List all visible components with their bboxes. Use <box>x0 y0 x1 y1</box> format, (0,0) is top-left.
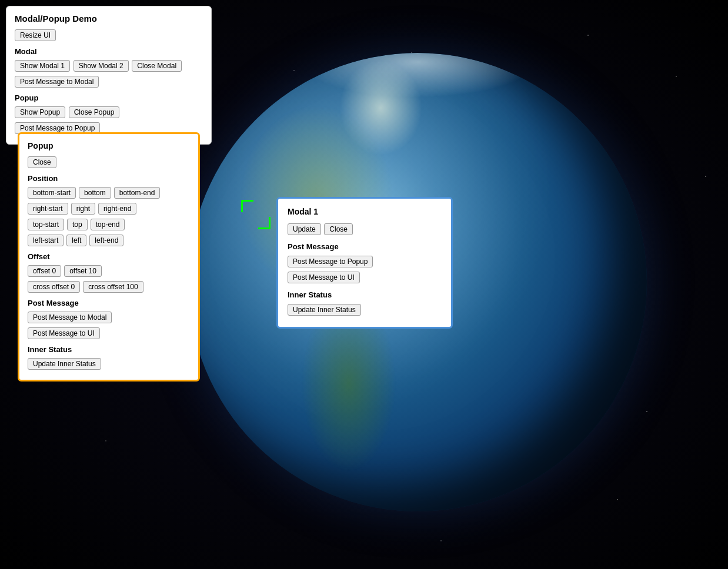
offset-10-button[interactable]: offset 10 <box>64 265 102 277</box>
modal-1-close-button[interactable]: Close <box>324 223 353 235</box>
popup-post-to-modal-button[interactable]: Post Message to Modal <box>28 312 112 323</box>
modal-post-to-popup-button[interactable]: Post Message to Popup <box>288 256 373 267</box>
pos-left-start-button[interactable]: left-start <box>28 235 64 246</box>
popup-post-modal-row: Post Message to Modal <box>28 310 190 324</box>
pos-top-end-button[interactable]: top-end <box>91 219 125 230</box>
cross-offset-100-button[interactable]: cross offset 100 <box>83 281 143 293</box>
corner-bracket-indicator <box>241 200 271 229</box>
modal-inner-status-label: Inner Status <box>288 290 442 299</box>
pos-bottom-button[interactable]: bottom <box>79 187 111 199</box>
main-panel-title: Modal/Popup Demo <box>15 14 203 24</box>
popup-post-message-label: Post Message <box>28 299 190 307</box>
offset-row-2: cross offset 0 cross offset 100 <box>28 280 190 294</box>
post-message-modal-row: Post Message to Modal <box>15 75 203 89</box>
modal-post-message-label: Post Message <box>288 242 442 251</box>
resize-ui-button[interactable]: Resize UI <box>15 29 56 41</box>
close-modal-button[interactable]: Close Modal <box>132 60 182 72</box>
close-popup-button[interactable]: Close Popup <box>69 106 120 118</box>
modal-section-label: Modal <box>15 47 203 56</box>
show-modal-1-button[interactable]: Show Modal 1 <box>15 60 70 72</box>
popup-inner-status-label: Inner Status <box>28 345 190 354</box>
position-row-bottom: bottom-start bottom bottom-end <box>28 186 190 200</box>
pos-bottom-end-button[interactable]: bottom-end <box>114 187 161 199</box>
popup-buttons-row: Show Popup Close Popup <box>15 105 203 119</box>
pos-right-start-button[interactable]: right-start <box>28 203 68 215</box>
popup-close-button[interactable]: Close <box>28 156 56 168</box>
position-row-left: left-start left left-end <box>28 233 190 247</box>
offset-0-button[interactable]: offset 0 <box>28 265 61 277</box>
modal-update-inner-status-row: Update Inner Status <box>288 303 442 317</box>
modal-buttons-row: Show Modal 1 Show Modal 2 Close Modal <box>15 59 203 73</box>
modal-update-inner-status-button[interactable]: Update Inner Status <box>288 304 361 316</box>
offset-row-1: offset 0 offset 10 <box>28 264 190 278</box>
popup-offset-label: Offset <box>28 252 190 261</box>
modal-1-panel: Modal 1 Update Close Post Message Post M… <box>276 197 453 329</box>
main-control-panel: Modal/Popup Demo Resize UI Modal Show Mo… <box>6 6 212 145</box>
show-modal-2-button[interactable]: Show Modal 2 <box>74 60 129 72</box>
popup-section-label: Popup <box>15 93 203 102</box>
pos-right-button[interactable]: right <box>71 203 95 215</box>
modal-post-to-ui-button[interactable]: Post Message to UI <box>288 272 360 283</box>
popup-update-inner-status-row: Update Inner Status <box>28 357 190 371</box>
popup-update-inner-status-button[interactable]: Update Inner Status <box>28 358 101 370</box>
pos-right-end-button[interactable]: right-end <box>98 203 136 215</box>
popup-position-label: Position <box>28 174 190 183</box>
modal-1-title: Modal 1 <box>288 207 442 216</box>
pos-top-button[interactable]: top <box>67 219 88 230</box>
popup-post-to-ui-button[interactable]: Post Message to UI <box>28 327 100 339</box>
pos-left-button[interactable]: left <box>66 235 86 246</box>
modal-post-popup-row: Post Message to Popup <box>288 255 442 269</box>
modal-1-top-buttons: Update Close <box>288 222 442 236</box>
popup-panel: Popup Close Position bottom-start bottom… <box>18 132 200 381</box>
pos-top-start-button[interactable]: top-start <box>28 219 64 230</box>
cross-offset-0-button[interactable]: cross offset 0 <box>28 281 80 293</box>
popup-panel-title: Popup <box>28 141 190 150</box>
pos-bottom-start-button[interactable]: bottom-start <box>28 187 76 199</box>
position-row-top: top-start top top-end <box>28 217 190 232</box>
position-row-right: right-start right right-end <box>28 202 190 216</box>
show-popup-button[interactable]: Show Popup <box>15 106 65 118</box>
modal-1-update-button[interactable]: Update <box>288 223 321 235</box>
popup-post-ui-row: Post Message to UI <box>28 326 190 340</box>
modal-post-ui-row: Post Message to UI <box>288 270 442 284</box>
pos-left-end-button[interactable]: left-end <box>89 235 123 246</box>
post-message-to-modal-button[interactable]: Post Message to Modal <box>15 76 99 88</box>
